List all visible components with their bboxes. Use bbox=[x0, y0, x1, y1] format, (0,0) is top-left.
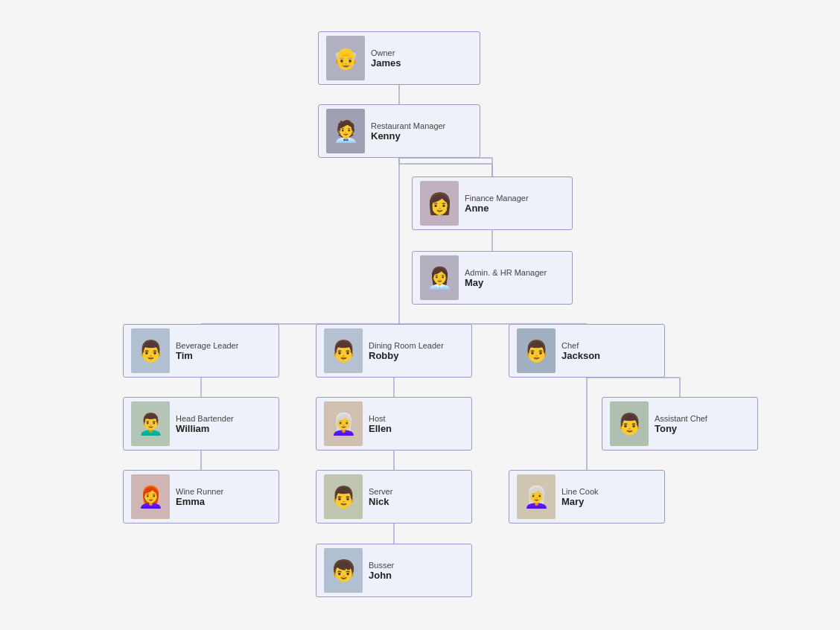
node-name-bartender: William bbox=[176, 423, 234, 434]
node-host: 👩‍🦳HostEllen bbox=[316, 397, 472, 451]
avatar-finance: 👩 bbox=[420, 181, 459, 226]
node-title-hr: Admin. & HR Manager bbox=[465, 268, 547, 277]
node-title-beverage: Beverage Leader bbox=[176, 341, 238, 350]
node-title-owner: Owner bbox=[371, 48, 401, 57]
node-wine: 👩‍🦰Wine RunnerEmma bbox=[123, 470, 279, 524]
node-name-line_cook: Mary bbox=[561, 496, 599, 507]
avatar-line_cook: 👩‍🦳 bbox=[517, 474, 556, 519]
avatar-busser: 👦 bbox=[324, 548, 363, 593]
avatar-manager: 🧑‍💼 bbox=[326, 109, 365, 153]
avatar-owner: 👴 bbox=[326, 36, 365, 80]
node-beverage: 👨Beverage LeaderTim bbox=[123, 324, 279, 378]
node-hr: 👩‍💼Admin. & HR ManagerMay bbox=[412, 251, 573, 305]
node-title-busser: Busser bbox=[369, 561, 394, 570]
node-name-busser: John bbox=[369, 570, 394, 581]
node-server: 👨ServerNick bbox=[316, 470, 472, 524]
avatar-dining: 👨 bbox=[324, 328, 363, 373]
node-title-manager: Restaurant Manager bbox=[371, 121, 445, 130]
node-name-host: Ellen bbox=[369, 423, 392, 434]
node-line_cook: 👩‍🦳Line CookMary bbox=[509, 470, 665, 524]
node-name-chef: Jackson bbox=[561, 350, 600, 361]
node-name-server: Nick bbox=[369, 496, 392, 507]
node-title-bartender: Head Bartender bbox=[176, 414, 234, 423]
avatar-server: 👨 bbox=[324, 474, 363, 519]
node-title-finance: Finance Manager bbox=[465, 194, 529, 203]
avatar-hr: 👩‍💼 bbox=[420, 255, 459, 300]
connectors bbox=[0, 0, 840, 630]
avatar-chef: 👨 bbox=[517, 328, 556, 373]
node-title-wine: Wine Runner bbox=[176, 487, 223, 496]
node-finance: 👩Finance ManagerAnne bbox=[412, 176, 573, 230]
node-name-finance: Anne bbox=[465, 203, 529, 214]
node-name-beverage: Tim bbox=[176, 350, 238, 361]
org-chart: 👴OwnerJames🧑‍💼Restaurant ManagerKenny👩Fi… bbox=[0, 0, 840, 45]
avatar-beverage: 👨 bbox=[131, 328, 170, 373]
avatar-asst_chef: 👨 bbox=[610, 401, 649, 446]
node-name-dining: Robby bbox=[369, 350, 444, 361]
node-title-chef: Chef bbox=[561, 341, 600, 350]
node-name-wine: Emma bbox=[176, 496, 223, 507]
node-asst_chef: 👨Assistant ChefTony bbox=[602, 397, 758, 451]
avatar-wine: 👩‍🦰 bbox=[131, 474, 170, 519]
avatar-bartender: 👨‍🦱 bbox=[131, 401, 170, 446]
node-title-line_cook: Line Cook bbox=[561, 487, 599, 496]
node-owner: 👴OwnerJames bbox=[318, 31, 480, 85]
node-name-hr: May bbox=[465, 277, 547, 288]
node-title-server: Server bbox=[369, 487, 392, 496]
node-busser: 👦BusserJohn bbox=[316, 544, 472, 597]
node-name-asst_chef: Tony bbox=[655, 423, 707, 434]
node-chef: 👨ChefJackson bbox=[509, 324, 665, 378]
avatar-host: 👩‍🦳 bbox=[324, 401, 363, 446]
node-manager: 🧑‍💼Restaurant ManagerKenny bbox=[318, 104, 480, 158]
node-title-host: Host bbox=[369, 414, 392, 423]
node-name-manager: Kenny bbox=[371, 130, 445, 141]
node-title-asst_chef: Assistant Chef bbox=[655, 414, 707, 423]
node-bartender: 👨‍🦱Head BartenderWilliam bbox=[123, 397, 279, 451]
node-name-owner: James bbox=[371, 57, 401, 69]
node-title-dining: Dining Room Leader bbox=[369, 341, 444, 350]
node-dining: 👨Dining Room LeaderRobby bbox=[316, 324, 472, 378]
